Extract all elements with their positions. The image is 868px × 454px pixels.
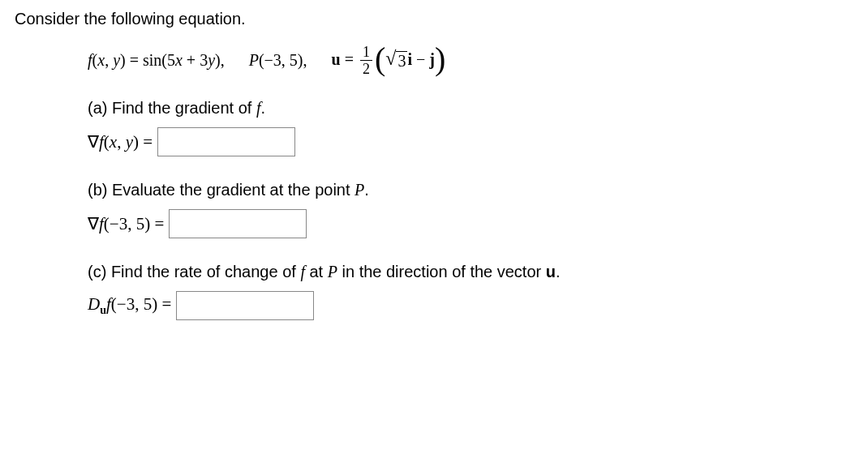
args-a: (x, y)	[104, 132, 139, 152]
eq-c: =	[157, 294, 171, 314]
frac-denominator: 2	[360, 61, 372, 76]
left-paren: (	[375, 51, 385, 67]
part-c-label: (c) Find the rate of change of f at P in…	[88, 263, 853, 281]
part-b-label: (b) Evaluate the gradient at the point P…	[88, 181, 853, 199]
D-c: D	[88, 294, 100, 314]
minus-sign: −	[412, 50, 429, 68]
right-paren: )	[435, 51, 445, 67]
nabla-a: ∇	[88, 132, 99, 152]
intro-text: Consider the following equation.	[15, 10, 853, 28]
func-args: (x, y)	[92, 51, 126, 69]
sqrt-3: √3	[385, 49, 407, 71]
args-c: (−3, 5)	[111, 294, 157, 314]
fraction-half: 1 2	[360, 45, 372, 76]
eq-a: =	[139, 132, 153, 152]
nabla-b: ∇	[88, 214, 99, 233]
part-a-label: (a) Find the gradient of f.	[88, 99, 853, 118]
vector-u-label: u	[332, 50, 341, 68]
equals: =	[126, 51, 143, 69]
part-a-answer: ∇f(x, y) =	[88, 127, 853, 156]
sub-u: u	[100, 304, 106, 316]
part-b-answer: ∇f(−3, 5) =	[88, 209, 853, 238]
problem-content: f(x, y) = sin(5x + 3y), P(−3, 5), u = 1 …	[15, 45, 853, 320]
answer-input-b[interactable]	[169, 209, 307, 238]
part-c-answer: Duf(−3, 5) =	[88, 291, 853, 320]
eq-b: =	[150, 214, 164, 233]
answer-input-c[interactable]	[176, 291, 314, 320]
vec-j: j	[429, 50, 435, 68]
equation-row: f(x, y) = sin(5x + 3y), P(−3, 5), u = 1 …	[88, 45, 853, 76]
point-label: P	[249, 51, 259, 69]
func-rhs: sin(5x + 3y),	[143, 51, 225, 69]
vector-equals: =	[341, 50, 358, 68]
frac-numerator: 1	[360, 45, 372, 61]
point-value: (−3, 5),	[259, 51, 307, 69]
args-b: (−3, 5)	[104, 214, 150, 233]
answer-input-a[interactable]	[157, 127, 295, 156]
